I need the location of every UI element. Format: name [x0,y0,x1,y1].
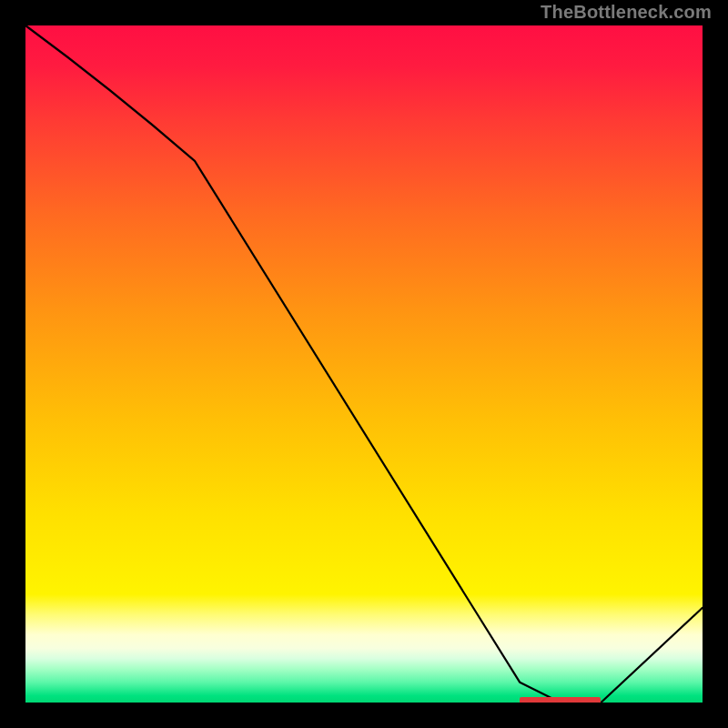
bottleneck-line [25,25,703,703]
chart-canvas: TheBottleneck.com AMD Ryzen 9 3900X [0,0,728,728]
plot-area: AMD Ryzen 9 3900X [25,25,703,703]
attribution-text: TheBottleneck.com [541,2,712,23]
optimal-range-label: AMD Ryzen 9 3900X [521,697,585,703]
